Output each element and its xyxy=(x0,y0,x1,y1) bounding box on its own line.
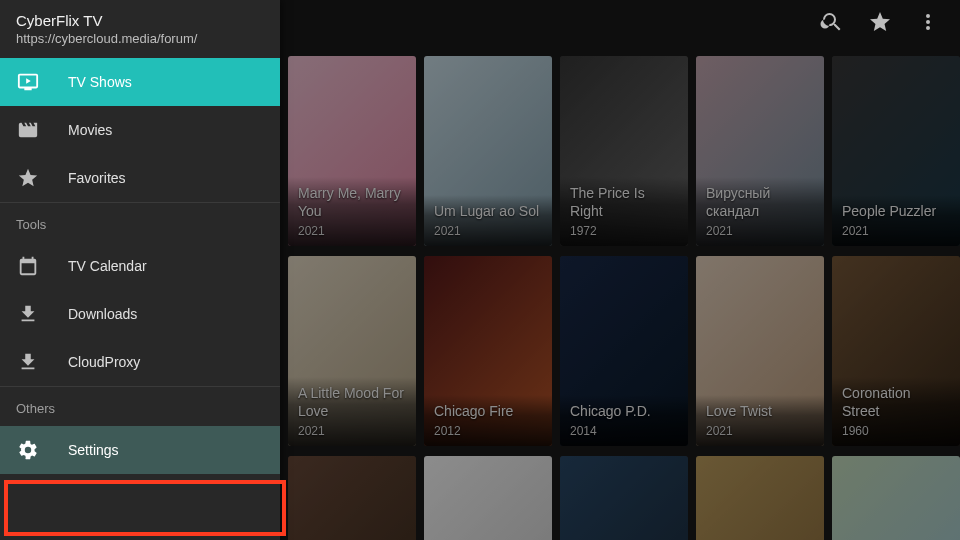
top-action-bar xyxy=(800,0,960,48)
show-title: Coronation Street xyxy=(842,385,950,420)
download-icon xyxy=(16,302,40,326)
show-year: 2021 xyxy=(434,224,542,238)
show-title: Chicago Fire xyxy=(434,403,542,421)
drawer-header: CyberFlix TV https://cybercloud.media/fo… xyxy=(0,0,280,58)
app-title: CyberFlix TV xyxy=(16,12,264,29)
nav-item-settings[interactable]: Settings xyxy=(0,426,280,474)
nav-label: CloudProxy xyxy=(68,354,140,370)
show-year: 2021 xyxy=(706,424,814,438)
tv-icon xyxy=(16,70,40,94)
show-card[interactable]: Um Lugar ao Sol2021 xyxy=(424,56,552,246)
nav-label: TV Shows xyxy=(68,74,132,90)
grid-row xyxy=(288,456,952,540)
show-year: 2021 xyxy=(298,424,406,438)
show-year: 2021 xyxy=(842,224,950,238)
show-year: 2021 xyxy=(706,224,814,238)
show-title: Um Lugar ao Sol xyxy=(434,203,542,221)
download-icon xyxy=(16,350,40,374)
calendar-icon xyxy=(16,254,40,278)
app-subtitle: https://cybercloud.media/forum/ xyxy=(16,31,264,46)
show-title: Love Twist xyxy=(706,403,814,421)
grid-row: A Little Mood For Love2021 Chicago Fire2… xyxy=(288,256,952,446)
nav-item-downloads[interactable]: Downloads xyxy=(0,290,280,338)
nav-item-tvcalendar[interactable]: TV Calendar xyxy=(0,242,280,290)
grid-row: Marry Me, Marry You2021 Um Lugar ao Sol2… xyxy=(288,56,952,246)
section-header-others: Others xyxy=(0,386,280,426)
nav-label: Movies xyxy=(68,122,112,138)
nav-label: Downloads xyxy=(68,306,137,322)
search-icon[interactable] xyxy=(820,10,844,38)
show-card[interactable] xyxy=(696,456,824,540)
nav-item-tvshows[interactable]: TV Shows xyxy=(0,58,280,106)
show-title: Marry Me, Marry You xyxy=(298,185,406,220)
show-card[interactable] xyxy=(424,456,552,540)
show-card[interactable]: Coronation Street1960 xyxy=(832,256,960,446)
show-card[interactable] xyxy=(560,456,688,540)
nav-label: TV Calendar xyxy=(68,258,147,274)
show-card[interactable]: Chicago P.D.2014 xyxy=(560,256,688,446)
show-card[interactable]: Вирусный скандал2021 xyxy=(696,56,824,246)
section-header-tools: Tools xyxy=(0,202,280,242)
more-vert-icon[interactable] xyxy=(916,10,940,38)
navigation-drawer: CyberFlix TV https://cybercloud.media/fo… xyxy=(0,0,280,540)
show-card[interactable]: The Price Is Right1972 xyxy=(560,56,688,246)
favorite-icon[interactable] xyxy=(868,10,892,38)
show-card[interactable] xyxy=(288,456,416,540)
nav-label: Settings xyxy=(68,442,119,458)
show-title: People Puzzler xyxy=(842,203,950,221)
show-year: 2021 xyxy=(298,224,406,238)
show-card[interactable]: Marry Me, Marry You2021 xyxy=(288,56,416,246)
nav-item-cloudproxy[interactable]: CloudProxy xyxy=(0,338,280,386)
show-card[interactable]: People Puzzler2021 xyxy=(832,56,960,246)
show-card[interactable]: Chicago Fire2012 xyxy=(424,256,552,446)
show-title: A Little Mood For Love xyxy=(298,385,406,420)
star-icon xyxy=(16,166,40,190)
show-card[interactable]: A Little Mood For Love2021 xyxy=(288,256,416,446)
nav-item-movies[interactable]: Movies xyxy=(0,106,280,154)
nav-item-favorites[interactable]: Favorites xyxy=(0,154,280,202)
show-card[interactable]: Love Twist2021 xyxy=(696,256,824,446)
movie-icon xyxy=(16,118,40,142)
show-title: Вирусный скандал xyxy=(706,185,814,220)
show-year: 1972 xyxy=(570,224,678,238)
gear-icon xyxy=(16,438,40,462)
show-title: Chicago P.D. xyxy=(570,403,678,421)
show-year: 2012 xyxy=(434,424,542,438)
show-title: The Price Is Right xyxy=(570,185,678,220)
nav-label: Favorites xyxy=(68,170,126,186)
show-year: 2014 xyxy=(570,424,678,438)
show-card[interactable] xyxy=(832,456,960,540)
show-year: 1960 xyxy=(842,424,950,438)
